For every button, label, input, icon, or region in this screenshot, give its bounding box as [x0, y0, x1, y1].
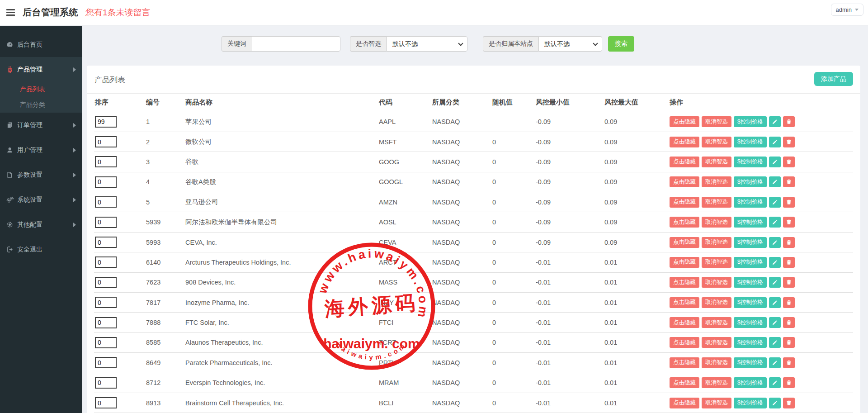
sort-input[interactable]: [95, 277, 117, 288]
delete-button[interactable]: [783, 176, 795, 187]
edit-button[interactable]: [769, 277, 781, 288]
control-price-button[interactable]: $控制价格: [734, 116, 767, 127]
hide-button[interactable]: 点击隐藏: [670, 157, 699, 167]
sort-input[interactable]: [95, 317, 117, 328]
delete-button[interactable]: [783, 337, 795, 348]
cancel-smart-button[interactable]: 取消智选: [702, 357, 731, 368]
edit-button[interactable]: [769, 357, 781, 368]
sidebar-subitem[interactable]: 产品分类: [0, 97, 82, 113]
edit-button[interactable]: [769, 398, 781, 408]
sort-input[interactable]: [95, 237, 117, 248]
control-price-button[interactable]: $控制价格: [734, 257, 767, 268]
sort-input[interactable]: [95, 217, 117, 228]
delete-button[interactable]: [783, 317, 795, 328]
sort-input[interactable]: [95, 297, 117, 308]
smart-filter-select[interactable]: 默认不选: [387, 36, 467, 52]
hide-button[interactable]: 点击隐藏: [670, 197, 699, 208]
cancel-smart-button[interactable]: 取消智选: [702, 277, 731, 288]
delete-button[interactable]: [783, 116, 795, 127]
sort-input[interactable]: [95, 397, 117, 408]
sidebar-item[interactable]: 用户管理: [0, 138, 82, 162]
cancel-smart-button[interactable]: 取消智选: [702, 217, 731, 228]
edit-button[interactable]: [769, 257, 781, 268]
edit-button[interactable]: [769, 217, 781, 228]
control-price-button[interactable]: $控制价格: [734, 337, 767, 348]
sort-input[interactable]: [95, 377, 117, 389]
control-price-button[interactable]: $控制价格: [734, 157, 767, 167]
edit-button[interactable]: [769, 317, 781, 328]
delete-button[interactable]: [783, 237, 795, 248]
sidebar-toggle-icon[interactable]: [6, 9, 16, 16]
sort-input[interactable]: [95, 357, 117, 368]
sort-input[interactable]: [95, 337, 117, 348]
delete-button[interactable]: [783, 137, 795, 147]
hide-button[interactable]: 点击隐藏: [670, 398, 699, 408]
sort-input[interactable]: [95, 196, 117, 208]
cancel-smart-button[interactable]: 取消智选: [702, 176, 731, 187]
hide-button[interactable]: 点击隐藏: [670, 176, 699, 187]
sidebar-subitem[interactable]: 产品列表: [0, 82, 82, 97]
delete-button[interactable]: [783, 277, 795, 288]
sidebar-item[interactable]: 订单管理: [0, 113, 82, 138]
control-price-button[interactable]: $控制价格: [734, 217, 767, 228]
delete-button[interactable]: [783, 398, 795, 408]
hide-button[interactable]: 点击隐藏: [670, 277, 699, 288]
sort-input[interactable]: [95, 156, 117, 167]
control-price-button[interactable]: $控制价格: [734, 137, 767, 147]
sidebar-item[interactable]: 参数设置: [0, 162, 82, 187]
hide-button[interactable]: 点击隐藏: [670, 357, 699, 368]
edit-button[interactable]: [769, 116, 781, 127]
edit-button[interactable]: [769, 237, 781, 248]
hide-button[interactable]: 点击隐藏: [670, 217, 699, 228]
delete-button[interactable]: [783, 257, 795, 268]
cancel-smart-button[interactable]: 取消智选: [702, 157, 731, 167]
control-price-button[interactable]: $控制价格: [734, 197, 767, 208]
sidebar-item[interactable]: 其他配置: [0, 212, 82, 237]
delete-button[interactable]: [783, 217, 795, 228]
control-price-button[interactable]: $控制价格: [734, 377, 767, 388]
hide-button[interactable]: 点击隐藏: [670, 237, 699, 248]
edit-button[interactable]: [769, 197, 781, 208]
sidebar-item[interactable]: 安全退出: [0, 237, 82, 262]
cancel-smart-button[interactable]: 取消智选: [702, 257, 731, 268]
delete-button[interactable]: [783, 377, 795, 388]
sidebar-item[interactable]: 系统设置: [0, 187, 82, 212]
edit-button[interactable]: [769, 297, 781, 308]
cancel-smart-button[interactable]: 取消智选: [702, 297, 731, 308]
sort-input[interactable]: [95, 116, 117, 128]
control-price-button[interactable]: $控制价格: [734, 357, 767, 368]
delete-button[interactable]: [783, 197, 795, 208]
hide-button[interactable]: 点击隐藏: [670, 297, 699, 308]
sort-input[interactable]: [95, 256, 117, 268]
edit-button[interactable]: [769, 337, 781, 348]
sidebar-item[interactable]: B产品管理: [0, 57, 82, 82]
keyword-input[interactable]: [252, 36, 340, 52]
control-price-button[interactable]: $控制价格: [734, 297, 767, 308]
hide-button[interactable]: 点击隐藏: [670, 137, 699, 147]
cancel-smart-button[interactable]: 取消智选: [702, 317, 731, 328]
sidebar-item[interactable]: 后台首页: [0, 32, 82, 57]
control-price-button[interactable]: $控制价格: [734, 317, 767, 328]
delete-button[interactable]: [783, 157, 795, 167]
control-price-button[interactable]: $控制价格: [734, 176, 767, 187]
cancel-smart-button[interactable]: 取消智选: [702, 398, 731, 408]
edit-button[interactable]: [769, 176, 781, 187]
cancel-smart-button[interactable]: 取消智选: [702, 377, 731, 388]
hide-button[interactable]: 点击隐藏: [670, 257, 699, 268]
hide-button[interactable]: 点击隐藏: [670, 317, 699, 328]
delete-button[interactable]: [783, 357, 795, 368]
control-price-button[interactable]: $控制价格: [734, 237, 767, 248]
add-product-button[interactable]: 添加产品: [814, 72, 853, 86]
site-filter-select[interactable]: 默认不选: [538, 36, 602, 52]
edit-button[interactable]: [769, 137, 781, 147]
cancel-smart-button[interactable]: 取消智选: [702, 337, 731, 348]
cancel-smart-button[interactable]: 取消智选: [702, 197, 731, 208]
edit-button[interactable]: [769, 377, 781, 388]
cancel-smart-button[interactable]: 取消智选: [702, 116, 731, 127]
user-menu-button[interactable]: admin: [831, 4, 863, 16]
hide-button[interactable]: 点击隐藏: [670, 377, 699, 388]
delete-button[interactable]: [783, 297, 795, 308]
cancel-smart-button[interactable]: 取消智选: [702, 137, 731, 147]
sort-input[interactable]: [95, 176, 117, 188]
control-price-button[interactable]: $控制价格: [734, 398, 767, 408]
